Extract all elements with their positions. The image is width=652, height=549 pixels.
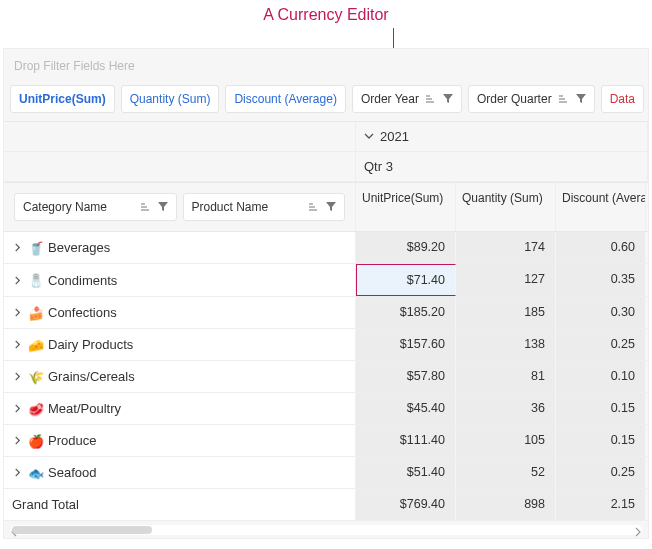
cell-discount[interactable]: 0.25 [556, 457, 646, 488]
cell-unitprice[interactable]: $51.40 [356, 457, 456, 488]
table-row: 🧀Dairy Products$157.601380.25 [4, 329, 648, 361]
table-row: 🧂Condiments$71.401270.35 [4, 264, 648, 297]
column-year-header[interactable]: 2021 [356, 122, 648, 151]
table-row: 🐟Seafood$51.40520.25 [4, 457, 648, 489]
table-row: 🍎Produce$111.401050.15 [4, 425, 648, 457]
cell-unitprice[interactable]: $57.80 [356, 361, 456, 392]
grand-total-row: Grand Total$769.408982.15 [4, 489, 648, 521]
category-icon: 🌾 [28, 370, 42, 384]
data-field-unitprice[interactable]: UnitPrice(Sum) [10, 85, 115, 113]
cell-discount[interactable]: 0.10 [556, 361, 646, 392]
row-label: Beverages [48, 240, 110, 255]
year-label: 2021 [380, 129, 409, 144]
category-icon: 🐟 [28, 466, 42, 480]
category-icon: 🥩 [28, 402, 42, 416]
cell-quantity: 898 [456, 489, 556, 520]
column-field-order-quarter[interactable]: Order Quarter [468, 85, 595, 113]
data-field-discount[interactable]: Discount (Average) [225, 85, 346, 113]
row-header[interactable]: 🌾Grains/Cereals [4, 361, 356, 392]
cell-discount[interactable]: 0.35 [556, 264, 646, 296]
cell-discount[interactable]: 0.60 [556, 232, 646, 263]
filter-icon[interactable] [443, 94, 453, 104]
chip-label: Order Quarter [477, 92, 552, 106]
expand-icon[interactable] [12, 243, 22, 253]
cell-quantity[interactable]: 127 [456, 264, 556, 296]
table-row: 🌾Grains/Cereals$57.80810.10 [4, 361, 648, 393]
row-header[interactable]: 🍎Produce [4, 425, 356, 456]
cell-unitprice[interactable]: $71.40 [356, 264, 456, 296]
category-icon: 🧂 [28, 273, 42, 287]
annotation-label: A Currency Editor [0, 6, 652, 24]
row-label: Dairy Products [48, 337, 133, 352]
measure-header-discount[interactable]: Discount (Average) [556, 183, 646, 231]
cell-unitprice[interactable]: $45.40 [356, 393, 456, 424]
chevron-down-icon [364, 129, 374, 144]
sort-icon[interactable] [425, 94, 437, 104]
chip-label: UnitPrice(Sum) [19, 92, 106, 106]
table-row: 🍰Confections$185.201850.30 [4, 297, 648, 329]
category-icon: 🧀 [28, 338, 42, 352]
category-icon: 🍰 [28, 306, 42, 320]
row-header[interactable]: 🧂Condiments [4, 264, 356, 296]
expand-icon[interactable] [12, 404, 22, 414]
cell-quantity[interactable]: 105 [456, 425, 556, 456]
row-label: Confections [48, 305, 117, 320]
cell-quantity[interactable]: 185 [456, 297, 556, 328]
cell-unitprice[interactable]: $111.40 [356, 425, 456, 456]
row-header[interactable]: 🥤Beverages [4, 232, 356, 263]
cell-unitprice[interactable]: $185.20 [356, 297, 456, 328]
category-icon: 🥤 [28, 241, 42, 255]
column-field-order-year[interactable]: Order Year [352, 85, 462, 113]
scrollbar-thumb[interactable] [12, 526, 152, 534]
row-label: Meat/Poultry [48, 401, 121, 416]
chip-label: Quantity (Sum) [130, 92, 211, 106]
expand-icon[interactable] [12, 308, 22, 318]
measure-header-quantity[interactable]: Quantity (Sum) [456, 183, 556, 231]
row-header[interactable]: 🐟Seafood [4, 457, 356, 488]
filter-icon[interactable] [576, 94, 586, 104]
row-header[interactable]: 🥩Meat/Poultry [4, 393, 356, 424]
cell-quantity[interactable]: 138 [456, 329, 556, 360]
row-field-product[interactable]: Product Name [183, 193, 346, 221]
cell-discount[interactable]: 0.25 [556, 329, 646, 360]
row-field-category[interactable]: Category Name [14, 193, 177, 221]
expand-icon[interactable] [12, 275, 22, 285]
quarter-label: Qtr 3 [364, 159, 393, 174]
chip-label: Order Year [361, 92, 419, 106]
sort-icon[interactable] [308, 202, 320, 212]
horizontal-scrollbar[interactable] [10, 525, 642, 535]
cell-discount[interactable]: 0.30 [556, 297, 646, 328]
cell-unitprice[interactable]: $157.60 [356, 329, 456, 360]
chip-label: Data [610, 92, 635, 106]
data-area-chip[interactable]: Data [601, 85, 644, 113]
cell-unitprice[interactable]: $89.20 [356, 232, 456, 263]
row-label: Grains/Cereals [48, 369, 135, 384]
row-label: Produce [48, 433, 96, 448]
expand-icon[interactable] [12, 340, 22, 350]
row-label: Condiments [48, 273, 117, 288]
cell-quantity[interactable]: 36 [456, 393, 556, 424]
filter-icon[interactable] [158, 202, 168, 212]
chip-label: Product Name [192, 200, 269, 214]
expand-icon[interactable] [12, 468, 22, 478]
measure-header-unitprice[interactable]: UnitPrice(Sum) [356, 183, 456, 231]
column-quarter-header[interactable]: Qtr 3 [356, 152, 648, 181]
expand-icon[interactable] [12, 372, 22, 382]
field-header-row: UnitPrice(Sum) Quantity (Sum) Discount (… [4, 77, 648, 121]
cell-quantity[interactable]: 52 [456, 457, 556, 488]
cell-quantity[interactable]: 174 [456, 232, 556, 263]
row-header[interactable]: 🍰Confections [4, 297, 356, 328]
row-header[interactable]: 🧀Dairy Products [4, 329, 356, 360]
expand-icon[interactable] [12, 436, 22, 446]
cell-discount[interactable]: 0.15 [556, 393, 646, 424]
filter-drop-area[interactable]: Drop Filter Fields Here [4, 49, 648, 77]
cell-discount[interactable]: 0.15 [556, 425, 646, 456]
sort-icon[interactable] [140, 202, 152, 212]
grand-total-label: Grand Total [4, 489, 356, 520]
data-field-quantity[interactable]: Quantity (Sum) [121, 85, 220, 113]
cell-quantity[interactable]: 81 [456, 361, 556, 392]
scroll-right-icon[interactable] [632, 525, 642, 535]
pivot-grid: Drop Filter Fields Here UnitPrice(Sum) Q… [3, 48, 649, 539]
sort-icon[interactable] [558, 94, 570, 104]
filter-icon[interactable] [326, 202, 336, 212]
